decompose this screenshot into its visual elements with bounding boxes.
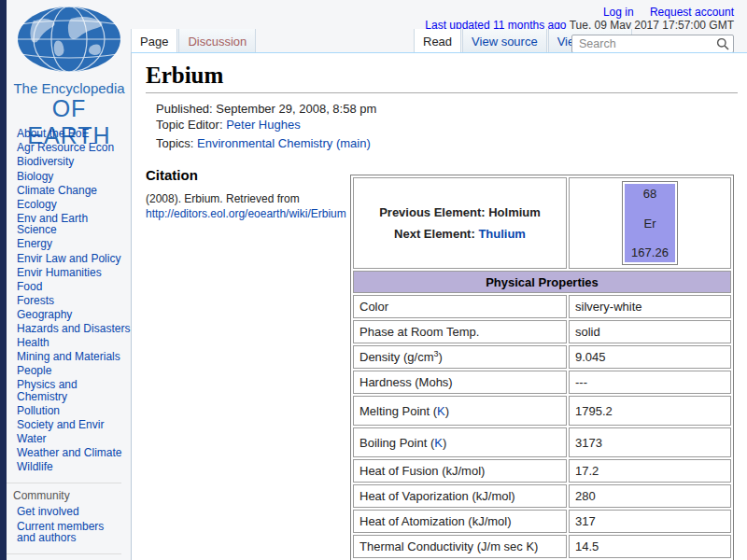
topics-label: Topics: [156,136,197,150]
sidebar-item-about-the-eoe[interactable]: About the EoE [17,128,131,140]
topic-editor-link[interactable]: Peter Hughes [226,118,301,132]
search-icon[interactable] [716,37,729,50]
search-box [571,35,734,53]
sidebar-item-wildlife[interactable]: Wildlife [17,461,131,473]
list-item: Climate Change [7,183,131,197]
sidebar-item-current-members-and-authors[interactable]: Current members and authors [17,521,121,544]
tab-view-source-link[interactable]: View source [472,35,538,49]
table-row: Boiling Point (K)3173 [353,427,731,457]
citation-heading: Citation [146,167,365,183]
tab-read[interactable]: Read [414,29,461,53]
sidebar-item-food[interactable]: Food [17,281,131,293]
sidebar-item-energy[interactable]: Energy [17,238,131,250]
sidebar-item-mining-and-materials[interactable]: Mining and Materials [17,351,131,363]
table-row: Heat of Fusion (kJ/mol)17.2 [353,459,731,483]
table-row: Hardness (Mohs)--- [353,371,731,394]
tab-view-source[interactable]: View source [462,29,547,53]
list-item: People [7,364,131,378]
left-navy-strip [0,0,7,560]
list-item: Agr Resource Econ [7,141,131,155]
list-item: Food [7,279,131,293]
topic-editor-label: Topic Editor: [156,118,226,132]
sidebar: About the EoEAgr Resource EconBiodiversi… [7,127,131,560]
logo-text-line1: The Encyclopedia [7,80,131,96]
property-label: Heat of Atomization (kJ/mol) [353,510,567,533]
list-item: Env and Earth Science [7,212,131,238]
property-label: Boiling Point (K) [353,427,567,457]
sidebar-item-get-involved[interactable]: Get involved [17,506,121,518]
element-tile-cell: 68 Er 167.26 [569,177,731,269]
tab-discussion-link[interactable]: Discussion [188,35,247,49]
citation-url-link[interactable]: http://editors.eol.org/eoearth/wiki/Erbi… [146,207,346,220]
property-label: Thermal Conductivity (J/m sec K) [353,535,567,558]
sidebar-item-pollution[interactable]: Pollution [17,405,131,417]
login-link[interactable]: Log in [603,6,634,19]
sidebar-item-biology[interactable]: Biology [17,171,131,183]
tab-page[interactable]: Page [131,29,177,53]
property-label: Heat of Fusion (kJ/mol) [353,459,567,483]
sidebar-item-envir-humanities[interactable]: Envir Humanities [17,267,131,279]
sidebar-item-geography[interactable]: Geography [17,309,131,321]
property-value: 1795.2 [569,396,731,426]
property-value: 3173 [569,427,731,457]
sidebar-item-society-and-envir[interactable]: Society and Envir [17,419,131,431]
sidebar-item-weather-and-climate[interactable]: Weather and Climate [17,447,131,459]
next-element-label: Next Element: [394,227,478,241]
table-row: Thermal Conductivity (J/m sec K)14.5 [353,535,731,558]
topics-link[interactable]: Environmental Chemistry (main) [197,136,371,150]
request-account-link[interactable]: Request account [650,6,734,19]
sidebar-section-community: CommunityGet involvedCurrent members and… [7,483,121,545]
list-item: Biology [7,169,131,183]
globe-icon [15,4,123,75]
property-value: 280 [569,484,731,508]
list-item: Pollution [7,404,131,418]
sidebar-item-agr-resource-econ[interactable]: Agr Resource Econ [17,142,131,154]
element-properties-table: Previous Element: Holmium Next Element: … [350,175,734,560]
list-item: Geography [7,308,131,322]
property-label: Density (g/cm3) [353,345,567,369]
list-item: Envir Humanities [7,265,131,279]
atomic-mass: 167.26 [623,245,677,259]
citation-text: (2008). Erbium. Retrieved from [146,192,300,205]
previous-element-name: Holmium [488,205,541,219]
article-meta: Published: September 29, 2008, 8:58 pm T… [156,101,747,151]
sidebar-item-physics-and-chemistry[interactable]: Physics and Chemistry [17,379,131,402]
list-item: Hazards and Disasters [7,322,131,336]
element-symbol: Er [623,217,677,231]
sidebar-categories: About the EoEAgr Resource EconBiodiversi… [7,127,131,474]
list-item: Envir Law and Policy [7,251,131,265]
search-input[interactable] [571,35,734,53]
personal-bar: Log in Request account Last updated 11 m… [425,6,734,32]
sidebar-item-forests[interactable]: Forests [17,295,131,307]
unit-link-k[interactable]: K [434,436,443,450]
property-label: Hardness (Mohs) [353,371,567,394]
sidebar-item-env-and-earth-science[interactable]: Env and Earth Science [17,213,131,236]
tab-discussion[interactable]: Discussion [178,29,256,53]
property-label: Color [353,295,567,318]
page-title: Erbium [146,63,738,93]
list-item: Energy [7,237,131,251]
unit-link-k[interactable]: K [437,404,445,418]
sidebar-item-envir-law-and-policy[interactable]: Envir Law and Policy [17,253,131,265]
previous-element-label: Previous Element: [379,205,488,219]
sidebar-item-hazards-and-disasters[interactable]: Hazards and Disasters [17,323,131,335]
property-label: Heat of Vaporization (kJ/mol) [353,484,567,508]
sidebar-item-biodiversity[interactable]: Biodiversity [17,156,131,168]
sidebar-item-water[interactable]: Water [17,433,131,445]
citation-section: Citation (2008). Erbium. Retrieved from … [146,167,365,221]
list-item: Ecology [7,197,131,211]
table-row: Phase at Room Temp.solid [353,320,731,343]
table-row: Colorsilvery-white [353,295,731,318]
property-value: 17.2 [569,459,731,483]
list-item: Water [7,432,131,446]
prev-next-cell: Previous Element: Holmium Next Element: … [353,177,567,269]
table-row: Density (g/cm3)9.045 [353,345,731,369]
next-element-link[interactable]: Thulium [478,227,526,241]
sidebar-item-health[interactable]: Health [17,337,131,349]
sidebar-item-ecology[interactable]: Ecology [17,199,131,211]
element-tile: 68 Er 167.26 [622,181,678,265]
sidebar-item-climate-change[interactable]: Climate Change [17,185,131,197]
sidebar-item-people[interactable]: People [17,365,131,377]
list-item: Forests [7,294,131,308]
list-item: Physics and Chemistry [7,378,131,404]
